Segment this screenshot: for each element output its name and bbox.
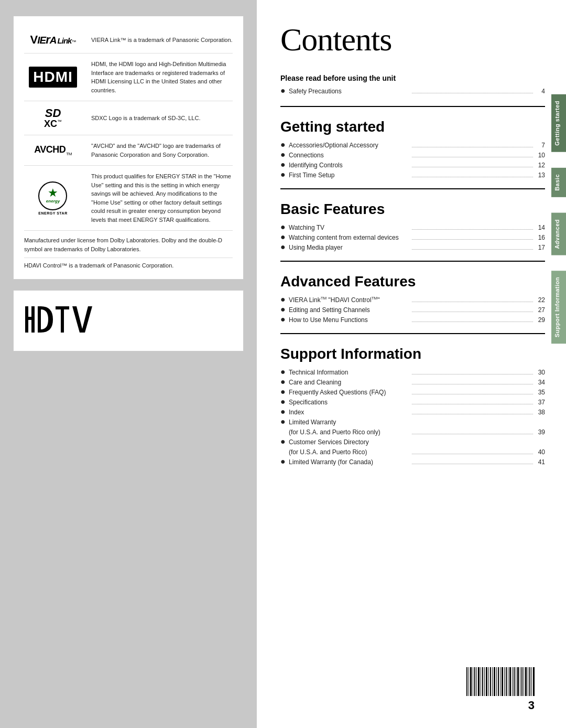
- tab-basic: Basic: [551, 168, 566, 197]
- hdtv-logo-box: [13, 290, 244, 351]
- energy-star-logo-area: ★ energy ENERGY STAR: [24, 181, 82, 215]
- bullet-icon: ●: [280, 151, 288, 159]
- bullet-icon: ●: [280, 295, 288, 304]
- svg-rect-36: [524, 667, 524, 696]
- dot-line: [412, 394, 534, 394]
- bullet-icon: ●: [280, 170, 288, 179]
- svg-rect-32: [516, 667, 516, 696]
- trademark-box: VIErA Link™ VIERA Link™ is a trademark o…: [13, 16, 244, 280]
- advanced-features-heading: Advanced Features: [280, 273, 545, 290]
- svg-rect-28: [508, 667, 508, 696]
- page: 37: [535, 399, 545, 406]
- svg-rect-9: [470, 667, 472, 696]
- page: 38: [535, 409, 545, 416]
- section-advanced-features: Advanced Features ● VIERA LinkTM "HDAVI …: [280, 264, 545, 325]
- label: How to Use Menu Functions: [289, 316, 410, 324]
- energy-star-text: This product qualifies for ENERGY STAR i…: [91, 172, 233, 224]
- barcode-svg: [466, 667, 535, 696]
- svg-rect-17: [486, 667, 487, 696]
- toc-limited-warranty-sub: ● (for U.S.A. and Puerto Rico only) 39: [280, 427, 545, 436]
- svg-rect-29: [509, 667, 511, 696]
- svg-rect-16: [484, 667, 485, 696]
- dot-line: [412, 454, 534, 454]
- dot-line: [412, 167, 534, 167]
- svg-rect-7: [466, 667, 467, 696]
- safety-label: Safety Precautions: [289, 88, 410, 95]
- toc-watching-external: ● Watching content from external devices…: [280, 233, 545, 241]
- svg-rect-30: [512, 667, 513, 696]
- page: 35: [535, 389, 545, 396]
- dot-line: [412, 322, 534, 322]
- toc-faq: ● Frequently Asked Questions (FAQ) 35: [280, 388, 545, 396]
- svg-rect-19: [490, 667, 491, 696]
- divider-basic: [280, 188, 545, 189]
- label: (for U.S.A. and Puerto Rico only): [289, 429, 410, 436]
- label: Care and Cleaning: [289, 379, 410, 386]
- hdmi-text: HDMI, the HDMI logo and High-Definition …: [91, 60, 233, 94]
- svg-rect-21: [494, 667, 495, 696]
- tab-getting-started: Getting started: [551, 94, 566, 152]
- svg-rect-27: [506, 667, 507, 696]
- toc-customer-services: ● Customer Services Directory: [280, 437, 545, 446]
- label: Identifying Controls: [289, 162, 410, 169]
- svg-rect-13: [478, 667, 480, 696]
- svg-rect-34: [520, 667, 520, 696]
- svg-rect-11: [474, 667, 475, 696]
- avchd-logo: AVCHDTM: [34, 144, 72, 156]
- svg-rect-15: [482, 667, 483, 696]
- svg-rect-20: [492, 667, 493, 696]
- toc-identifying-controls: ● Identifying Controls 12: [280, 160, 545, 169]
- section-support-information: Support Information ● Technical Informat…: [280, 336, 545, 467]
- dot-line: [412, 147, 534, 147]
- viera-link-logo-area: VIErA Link™: [24, 33, 82, 47]
- avchd-text: "AVCHD" and the "AVCHD" logo are tradema…: [91, 142, 233, 159]
- toc-care-cleaning: ● Care and Cleaning 34: [280, 378, 545, 386]
- label: First Time Setup: [289, 172, 410, 179]
- please-read-heading: Please read before using the unit: [280, 74, 545, 82]
- dot-line: [412, 229, 534, 230]
- right-panel: Contents Please read before using the un…: [257, 0, 566, 728]
- svg-rect-12: [476, 667, 477, 696]
- page: 10: [535, 152, 545, 159]
- avchd-row: AVCHDTM "AVCHD" and the "AVCHD" logo are…: [24, 135, 233, 166]
- bullet-icon: ●: [280, 398, 288, 406]
- sdxc-text: SDXC Logo is a trademark of SD-3C, LLC.: [91, 114, 200, 123]
- page: 22: [535, 296, 545, 304]
- page: 34: [535, 379, 545, 386]
- contents-title: Contents: [280, 21, 545, 58]
- toc-first-time-setup: ● First Time Setup 13: [280, 170, 545, 179]
- svg-rect-31: [514, 667, 515, 696]
- hdtv-svg: [24, 304, 108, 338]
- toc-technical-info: ● Technical Information 30: [280, 368, 545, 376]
- svg-marker-6: [72, 306, 92, 333]
- page: 29: [535, 316, 545, 324]
- label: Accessories/Optional Accessory: [289, 142, 410, 149]
- label: Editing and Setting Channels: [289, 306, 410, 314]
- label: Limited Warranty (for Canada): [289, 458, 410, 466]
- svg-rect-8: [469, 667, 469, 696]
- bullet-icon: ●: [280, 305, 288, 314]
- toc-editing-channels: ● Editing and Setting Channels 27: [280, 305, 545, 314]
- sdxc-logo-area: SD XC™: [24, 108, 82, 129]
- svg-rect-24: [500, 667, 500, 696]
- hdmi-row: HDMI HDMI, the HDMI logo and High-Defini…: [24, 53, 233, 101]
- dot-line: [412, 404, 534, 404]
- toc-limited-warranty-canada: ● Limited Warranty (for Canada) 41: [280, 457, 545, 466]
- svg-rect-40: [531, 667, 532, 696]
- dot-line: [412, 384, 534, 384]
- please-read-section: Please read before using the unit ● Safe…: [280, 74, 545, 97]
- page: 39: [535, 429, 545, 436]
- hdmi-logo-area: HDMI: [24, 67, 82, 88]
- toc-item-safety: ● Safety Precautions 4: [280, 87, 545, 95]
- toc-viera-link: ● VIERA LinkTM "HDAVI ControlTM" 22: [280, 295, 545, 304]
- bullet-icon: ●: [280, 368, 288, 376]
- section-basic-features: Basic Features ● Watching TV 14 ● Watchi…: [280, 191, 545, 253]
- page: 16: [535, 234, 545, 241]
- dot-line: [412, 312, 534, 312]
- label: Customer Services Directory: [289, 438, 545, 446]
- hdavi-text: HDAVI Control™ is a trademark of Panason…: [24, 258, 233, 269]
- toc-using-media-player: ● Using Media player 17: [280, 243, 545, 251]
- left-panel: VIErA Link™ VIERA Link™ is a trademark o…: [0, 0, 257, 728]
- toc-watching-tv: ● Watching TV 14: [280, 223, 545, 231]
- dot-line: [412, 93, 534, 93]
